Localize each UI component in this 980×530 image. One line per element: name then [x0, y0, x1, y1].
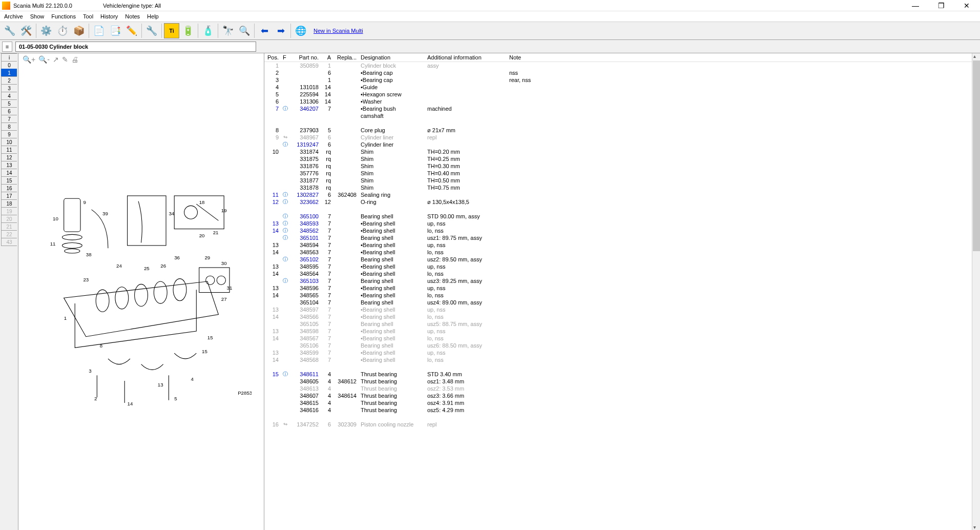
- table-row[interactable]: 82379035Core plugø 21x7 mm: [264, 127, 972, 134]
- table-row[interactable]: 143485677•Bearing shelllo, nss: [264, 335, 972, 342]
- menu-functions[interactable]: Functions: [51, 13, 76, 19]
- nav-tab-2[interactable]: 2: [1, 76, 17, 85]
- table-row[interactable]: 133485977•Bearing shellup, nss: [264, 306, 972, 313]
- tool-binoculars-icon[interactable]: 🔭: [220, 23, 236, 38]
- nav-tab-11[interactable]: 11: [1, 146, 17, 154]
- nav-tab-12[interactable]: 12: [1, 153, 17, 161]
- table-row[interactable]: 3486154Thrust bearingosz4: 3.91 mm: [264, 399, 972, 406]
- region-icon[interactable]: ✎: [62, 55, 68, 64]
- table-row[interactable]: 3486134Thrust bearingosz2: 3.53 mm: [264, 385, 972, 392]
- table-row[interactable]: 143485667•Bearing shelllo, nss: [264, 313, 972, 320]
- nav-tab-i[interactable]: i: [1, 53, 17, 62]
- table-row[interactable]: 3651057Bearing shellusz5: 88.75 mm, assy: [264, 320, 972, 328]
- col-header[interactable]: Pos.: [264, 53, 281, 62]
- nav-tab-1[interactable]: 1: [1, 69, 17, 77]
- tool-back-icon[interactable]: ⬅: [257, 23, 272, 38]
- menu-archive[interactable]: Archive: [4, 13, 23, 19]
- col-header[interactable]: F: [281, 53, 290, 62]
- table-row[interactable]: ⓘ3651017Bearing shellusz1: 89.75 mm, ass…: [264, 234, 972, 241]
- col-header[interactable]: Designation: [359, 53, 425, 62]
- tool-wrench-icon[interactable]: 🔧: [144, 23, 159, 38]
- table-row[interactable]: 12ⓘ32366212O-ringø 130,5x4x138,5: [264, 198, 972, 206]
- col-header[interactable]: Note: [507, 53, 972, 62]
- nav-tab-5[interactable]: 5: [1, 99, 17, 108]
- table-row[interactable]: 3486074348614Thrust bearingosz3: 3.66 mm: [264, 392, 972, 399]
- table-row[interactable]: ⓘ3651027Bearing shellusz2: 89.50 mm, ass…: [264, 256, 972, 263]
- col-header[interactable]: Repla...: [333, 53, 359, 62]
- nav-tab-9[interactable]: 9: [1, 130, 17, 138]
- table-row[interactable]: 3486164Thrust bearingosz5: 4.29 mm: [264, 406, 972, 414]
- table-row[interactable]: 10331874rqShimTH=0.20 mm: [264, 148, 972, 155]
- table-row[interactable]: 9↬3489676Cylinder linerrepl: [264, 134, 972, 141]
- table-row[interactable]: 16↬13472526302309Piston cooling nozzlere…: [264, 421, 972, 428]
- table-row[interactable]: 331878rqShimTH=0.75 mm: [264, 184, 972, 191]
- scrollbar-thumb[interactable]: [973, 60, 980, 251]
- table-row[interactable]: 331876rqShimTH=0.30 mm: [264, 162, 972, 170]
- table-row[interactable]: 331877rqShimTH=0.50 mm: [264, 177, 972, 184]
- table-row[interactable]: 133485957•Bearing shellup, nss: [264, 263, 972, 270]
- table-row[interactable]: 11ⓘ13028276362408Sealing ring: [264, 191, 972, 198]
- table-row[interactable]: 31•Bearing caprear, nss: [264, 76, 972, 84]
- table-row[interactable]: 143485647•Bearing shelllo, nss: [264, 270, 972, 277]
- nav-tab-6[interactable]: 6: [1, 107, 17, 115]
- col-header[interactable]: A: [321, 53, 333, 62]
- collapse-button[interactable]: ≡: [2, 42, 12, 52]
- table-row[interactable]: camshaft: [264, 112, 972, 119]
- nav-tab-15[interactable]: 15: [1, 176, 17, 185]
- table-row[interactable]: 133485987•Bearing shellup, nss: [264, 328, 972, 335]
- table-row[interactable]: [264, 206, 972, 213]
- table-row[interactable]: 613130614•Washer: [264, 98, 972, 105]
- col-header[interactable]: Part no.: [290, 53, 321, 62]
- tool-info-icon[interactable]: 🛠️: [18, 23, 34, 38]
- table-row[interactable]: [264, 119, 972, 127]
- nav-tab-7[interactable]: 7: [1, 115, 17, 123]
- new-in-multi-link[interactable]: New in Scania Multi: [314, 28, 363, 34]
- table-row[interactable]: 3651047Bearing shellusz4: 89.00 mm, assy: [264, 299, 972, 306]
- close-button[interactable]: ✕: [958, 2, 975, 10]
- tool-edit-icon[interactable]: ✏️: [124, 23, 139, 38]
- parts-table-scroll[interactable]: Pos.FPart no.ARepla...DesignationAdditio…: [264, 53, 972, 530]
- tool-search2-icon[interactable]: 🔍: [237, 23, 252, 38]
- breadcrumb-path[interactable]: 01-05-0030 Cylinder block: [15, 42, 256, 52]
- nav-tab-13[interactable]: 13: [1, 161, 17, 169]
- table-row[interactable]: ⓘ3651007Bearing shellSTD 90.00 mm, assy: [264, 213, 972, 220]
- table-row[interactable]: 26•Bearing capnss: [264, 69, 972, 76]
- nav-tab-8[interactable]: 8: [1, 123, 17, 131]
- table-row[interactable]: 14ⓘ3485627•Bearing shelllo, nss: [264, 227, 972, 234]
- nav-tab-0[interactable]: 0: [1, 61, 17, 69]
- table-row[interactable]: 133485997•Bearing shellup, nss: [264, 349, 972, 356]
- tool-package-icon[interactable]: 📦: [71, 23, 87, 38]
- table-row[interactable]: 143485687•Bearing shelllo, nss: [264, 356, 972, 363]
- table-row[interactable]: [264, 363, 972, 371]
- nav-tab-16[interactable]: 16: [1, 184, 17, 192]
- table-row[interactable]: 413101814•Guide: [264, 84, 972, 91]
- table-row[interactable]: 143485657•Bearing shelllo, nss: [264, 292, 972, 299]
- menu-show[interactable]: Show: [30, 13, 45, 19]
- zoom-in-icon[interactable]: 🔍+: [23, 55, 35, 64]
- nav-tab-18[interactable]: 18: [1, 199, 17, 208]
- table-row[interactable]: ⓘ3651037Bearing shellusz3: 89.25 mm, ass…: [264, 277, 972, 284]
- zoom-out-icon[interactable]: 🔍-: [38, 55, 50, 64]
- menu-help[interactable]: Help: [147, 13, 159, 19]
- table-row[interactable]: 357776rqShimTH=0.40 mm: [264, 170, 972, 177]
- nav-tab-14[interactable]: 14: [1, 169, 17, 177]
- tool-time-icon[interactable]: ⏱️: [55, 23, 70, 38]
- table-row[interactable]: 13ⓘ3485937•Bearing shellup, nss: [264, 220, 972, 227]
- table-row[interactable]: 331875rqShimTH=0.25 mm: [264, 155, 972, 162]
- minimize-button[interactable]: —: [907, 2, 924, 10]
- nav-tab-3[interactable]: 3: [1, 84, 17, 92]
- table-row[interactable]: 7ⓘ3462077•Bearing bushmachined: [264, 105, 972, 112]
- fit-icon[interactable]: ↗: [53, 55, 59, 64]
- table-row[interactable]: 133485967•Bearing shellup, nss: [264, 284, 972, 292]
- nav-tab-10[interactable]: 10: [1, 138, 17, 146]
- exploded-diagram[interactable]: 109 1138 3934 1819 2120 2425 2636 2930 3…: [18, 66, 264, 530]
- tool-globe-icon[interactable]: 🌐: [293, 23, 308, 38]
- tool-ti-icon[interactable]: Ti: [164, 23, 179, 38]
- maximize-button[interactable]: ❐: [933, 2, 949, 10]
- menu-tool[interactable]: Tool: [83, 13, 93, 19]
- nav-tab-4[interactable]: 4: [1, 92, 17, 100]
- tool-bottle-icon[interactable]: 🧴: [200, 23, 216, 38]
- menu-notes[interactable]: Notes: [125, 13, 140, 19]
- table-row[interactable]: 3486054348612Thrust bearingosz1: 3.48 mm: [264, 378, 972, 385]
- tool-box2-icon[interactable]: 📑: [108, 23, 123, 38]
